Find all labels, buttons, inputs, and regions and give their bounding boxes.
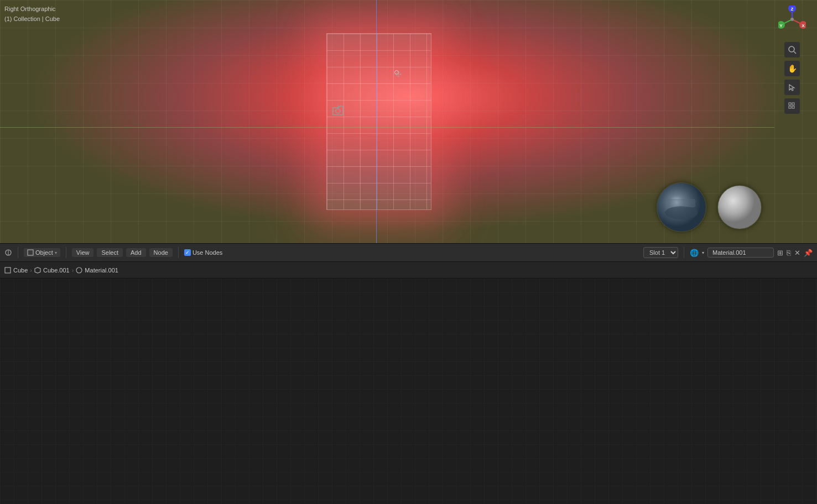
- svg-rect-19: [792, 103, 794, 105]
- cube-object: [326, 33, 431, 210]
- close-material-icon[interactable]: ✕: [794, 249, 800, 257]
- node-editor[interactable]: Object ▾ View Select Add Node ✓ Use Node…: [0, 243, 817, 504]
- gizmo-container: Z X Y ✋: [778, 6, 806, 114]
- tool-zoom[interactable]: [784, 42, 800, 57]
- sep3: [178, 247, 179, 258]
- svg-text:Z: Z: [791, 7, 794, 12]
- object-label: Object: [35, 249, 53, 256]
- viewport-3d[interactable]: Right Orthographic (1) Collection | Cube…: [0, 0, 817, 243]
- copy-material-icon[interactable]: ⎘: [787, 249, 791, 257]
- material-previews: [657, 182, 762, 232]
- world-dropdown[interactable]: ▾: [702, 250, 704, 255]
- world-icon: 🌐: [690, 249, 699, 257]
- use-nodes-label: Use Nodes: [192, 249, 222, 256]
- svg-rect-29: [5, 267, 11, 273]
- svg-rect-18: [789, 103, 791, 105]
- tool-grid[interactable]: [784, 98, 800, 114]
- svg-point-25: [718, 186, 761, 229]
- viewport-info: Right Orthographic (1) Collection | Cube: [4, 4, 60, 24]
- tool-cursor[interactable]: [784, 80, 800, 95]
- svg-line-17: [794, 51, 796, 54]
- breadcrumb-sep1: ›: [30, 267, 32, 274]
- browse-material-icon[interactable]: ⊞: [777, 249, 783, 257]
- center-cross-vertical: [376, 0, 377, 243]
- node-toolbar: Object ▾ View Select Add Node ✓ Use Node…: [0, 243, 817, 262]
- slot-selector[interactable]: Slot 1: [643, 247, 678, 258]
- view-menu[interactable]: View: [72, 248, 94, 257]
- cube-grid-texture: [327, 34, 431, 209]
- mode-selector[interactable]: [4, 249, 12, 256]
- origin-dot: [394, 70, 399, 75]
- center-cross-horizontal: [0, 127, 774, 128]
- object-dropdown-icon: ▾: [55, 250, 57, 255]
- breadcrumb-bar: Cube › Cube.001 › Material.001: [0, 262, 817, 279]
- axis-display[interactable]: Z X Y: [778, 6, 806, 33]
- breadcrumb-cube[interactable]: Cube: [4, 267, 28, 274]
- svg-point-23: [665, 206, 698, 219]
- tool-hand[interactable]: ✋: [784, 61, 800, 76]
- use-nodes-checkbox: ✓: [184, 249, 191, 256]
- breadcrumb-cube001-label: Cube.001: [43, 267, 70, 274]
- breadcrumb-cube-label: Cube: [13, 267, 28, 274]
- svg-point-16: [789, 46, 794, 52]
- camera-icon: [332, 105, 344, 119]
- pin-icon[interactable]: 📌: [804, 249, 813, 257]
- viewport-title: Right Orthographic: [4, 4, 60, 14]
- svg-rect-21: [792, 106, 794, 108]
- sep1: [18, 247, 18, 258]
- svg-point-30: [76, 267, 82, 273]
- breadcrumb-material-label: Material.001: [85, 267, 118, 274]
- svg-point-15: [790, 18, 794, 21]
- hdri-preview: [657, 182, 706, 232]
- select-menu[interactable]: Select: [97, 248, 123, 257]
- material-preview: [717, 185, 762, 229]
- material-name: Material.001: [712, 249, 746, 256]
- breadcrumb-sep2: ›: [72, 267, 74, 274]
- breadcrumb-cube001[interactable]: Cube.001: [34, 267, 70, 274]
- use-nodes-toggle[interactable]: ✓ Use Nodes: [184, 249, 222, 256]
- svg-text:Y: Y: [779, 23, 783, 28]
- node-canvas[interactable]: ▾ Texture Coordinate Generated Normal UV…: [0, 279, 817, 504]
- sep4: [684, 247, 684, 258]
- svg-rect-28: [28, 250, 33, 255]
- breadcrumb-material[interactable]: Material.001: [76, 267, 118, 274]
- sep2: [66, 247, 66, 258]
- svg-text:X: X: [802, 23, 805, 28]
- viewport-collection: (1) Collection | Cube: [4, 14, 60, 24]
- object-type-btn[interactable]: Object ▾: [24, 248, 60, 257]
- svg-rect-24: [668, 199, 695, 207]
- node-menu[interactable]: Node: [149, 248, 173, 257]
- add-menu[interactable]: Add: [126, 248, 146, 257]
- material-name-field[interactable]: Material.001: [707, 248, 774, 258]
- connections-overlay: [0, 279, 817, 504]
- svg-rect-20: [789, 106, 791, 108]
- svg-point-1: [336, 109, 340, 113]
